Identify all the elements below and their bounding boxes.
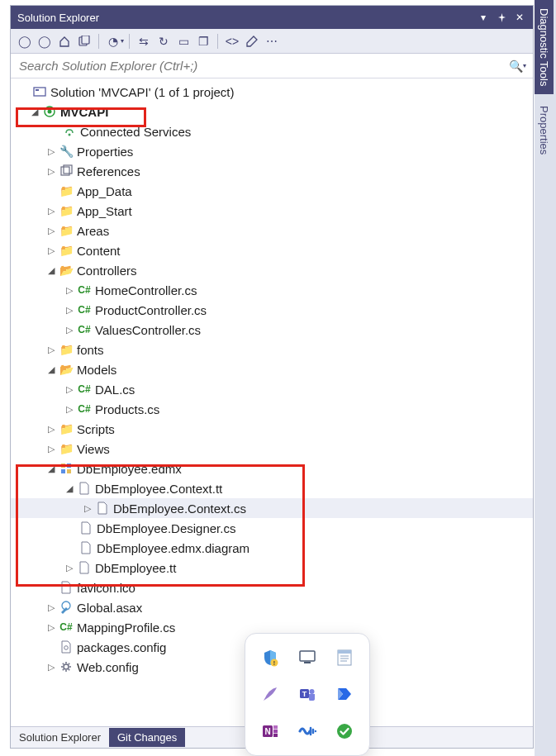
chevron-down-icon: ▾ xyxy=(523,62,526,69)
svg-point-5 xyxy=(48,110,52,114)
tree-row-content[interactable]: ▷📁Content xyxy=(11,240,533,260)
bottomtab-solution-explorer[interactable]: Solution Explorer xyxy=(11,728,109,747)
window-dropdown-icon[interactable]: ▾ xyxy=(477,11,490,24)
tree-row-controllers[interactable]: ◢📂Controllers xyxy=(11,260,533,280)
sync-button[interactable]: ⇆ xyxy=(135,32,153,50)
expander-icon[interactable]: ▷ xyxy=(45,444,57,454)
expander-icon[interactable]: ▷ xyxy=(45,602,57,613)
expander-icon[interactable]: ▷ xyxy=(45,166,57,177)
expander-icon[interactable]: ▷ xyxy=(64,285,75,296)
tree-row-dbemployee-edmx[interactable]: ◢DbEmployee.edmx xyxy=(11,459,533,478)
tray-onenote-icon[interactable]: N xyxy=(254,716,286,747)
svg-rect-29 xyxy=(273,734,278,737)
expander-icon[interactable]: ▷ xyxy=(45,206,57,216)
preview-button[interactable]: ⋯ xyxy=(263,32,281,50)
tree-row-fonts[interactable]: ▷📁fonts xyxy=(11,340,533,359)
expander-icon[interactable]: ▷ xyxy=(64,325,75,335)
expander-icon[interactable]: ▷ xyxy=(82,503,93,514)
tree-row-models[interactable]: ◢📂Models xyxy=(11,359,533,379)
tree-row-connected-services[interactable]: Connected Services xyxy=(11,121,533,141)
filter-button[interactable]: ◔ xyxy=(104,32,122,50)
expander-icon[interactable]: ▷ xyxy=(64,404,75,415)
expander-icon[interactable]: ◢ xyxy=(64,483,75,494)
tree-row-views[interactable]: ▷📁Views xyxy=(11,439,533,459)
collapse-all-button[interactable]: ▭ xyxy=(174,32,192,50)
tray-power-automate-icon[interactable] xyxy=(329,678,361,710)
expander-icon[interactable]: ◢ xyxy=(45,265,57,276)
sidetab-diagnostic-tools[interactable]: Diagnostic Tools xyxy=(535,0,554,94)
close-icon[interactable]: ✕ xyxy=(513,11,526,24)
tree-label: Global.asax xyxy=(77,601,142,615)
expander-icon[interactable]: ▷ xyxy=(64,384,75,395)
tree-label: DbEmployee.Context.tt xyxy=(95,482,222,496)
tray-monitor-icon[interactable] xyxy=(291,642,323,673)
sidetab-properties[interactable]: Properties xyxy=(535,97,554,163)
tree-row-dbemployee-designer[interactable]: DbEmployee.Designer.cs xyxy=(11,518,533,538)
expander-icon[interactable]: ◢ xyxy=(45,364,57,375)
refresh-button[interactable]: ↻ xyxy=(154,32,173,50)
tray-notepad-icon[interactable] xyxy=(329,642,361,673)
chevron-down-icon: ▾ xyxy=(121,37,124,45)
tree-row-dal[interactable]: ▷DAL.cs xyxy=(11,379,533,399)
bottomtab-git-changes[interactable]: Git Changes xyxy=(109,728,185,747)
tree-label: Models xyxy=(77,363,116,377)
properties-button[interactable] xyxy=(243,32,261,50)
tray-wave-icon[interactable] xyxy=(291,716,323,747)
nav-back-button[interactable]: ◯ xyxy=(16,32,34,50)
expander-icon[interactable]: ▷ xyxy=(45,245,57,256)
solution-tree[interactable]: ▶ Solution 'MVCAPI' (1 of 1 project) ◢ M… xyxy=(11,78,533,680)
tree-label: Web.config xyxy=(77,660,139,674)
expander-icon[interactable]: ▷ xyxy=(64,305,75,316)
folder-icon: 📂 xyxy=(59,362,74,377)
expander-icon[interactable]: ▷ xyxy=(45,622,57,633)
tray-teams-icon[interactable]: T xyxy=(291,678,323,710)
tree-row-homecontroller[interactable]: ▷HomeController.cs xyxy=(11,280,533,300)
tray-check-icon[interactable] xyxy=(329,716,361,747)
tray-security-icon[interactable]: ! xyxy=(254,642,286,673)
tree-row-scripts[interactable]: ▷📁Scripts xyxy=(11,419,533,439)
expander-icon[interactable]: ▷ xyxy=(64,563,75,573)
code-button[interactable]: <> xyxy=(223,32,241,50)
svg-rect-9 xyxy=(61,464,65,468)
system-tray-popup: ! T N xyxy=(245,633,370,756)
expander-icon[interactable]: ▷ xyxy=(45,146,57,157)
tree-row-productcontroller[interactable]: ▷ProductController.cs xyxy=(11,300,533,320)
tree-row-global-asax[interactable]: ▷Global.asax xyxy=(11,597,533,617)
folder-icon: 📁 xyxy=(59,441,74,456)
tree-row-app-start[interactable]: ▷📁App_Start xyxy=(11,201,533,221)
tree-label: DbEmployee.Context.cs xyxy=(113,502,246,516)
expander-icon[interactable]: ▷ xyxy=(45,424,57,435)
pin-icon[interactable] xyxy=(495,11,508,24)
expander-icon[interactable]: ▷ xyxy=(45,662,57,673)
tree-row-favicon[interactable]: favicon.ico xyxy=(11,578,533,597)
folder-icon: 📁 xyxy=(59,243,74,258)
tree-row-project[interactable]: ◢ MVCAPI xyxy=(11,102,533,121)
tree-label: DAL.cs xyxy=(95,383,135,397)
expander-icon[interactable]: ▷ xyxy=(45,345,57,355)
tree-row-dbemployee-tt[interactable]: ▷DbEmployee.tt xyxy=(11,558,533,578)
tree-row-solution[interactable]: ▶ Solution 'MVCAPI' (1 of 1 project) xyxy=(11,82,533,102)
tree-row-dbemployee-diagram[interactable]: DbEmployee.edmx.diagram xyxy=(11,538,533,558)
show-all-button[interactable]: ❐ xyxy=(194,32,212,50)
tree-row-app-data[interactable]: 📁App_Data xyxy=(11,181,533,201)
expander-icon[interactable]: ▷ xyxy=(45,226,57,236)
scope-button[interactable] xyxy=(75,32,93,50)
tree-row-products[interactable]: ▷Products.cs xyxy=(11,399,533,419)
tree-row-dbemployee-context-tt[interactable]: ◢DbEmployee.Context.tt xyxy=(11,478,533,498)
home-button[interactable] xyxy=(55,32,74,50)
folder-icon: 📁 xyxy=(59,342,74,357)
search-input[interactable] xyxy=(17,58,506,74)
tree-row-properties[interactable]: ▷🔧Properties xyxy=(11,141,533,161)
nav-forward-button[interactable]: ◯ xyxy=(36,32,54,50)
tree-row-areas[interactable]: ▷📁Areas xyxy=(11,221,533,240)
panel-titlebar: Solution Explorer ▾ ✕ xyxy=(11,6,533,29)
tree-row-dbemployee-context-cs[interactable]: ▷DbEmployee.Context.cs xyxy=(11,498,533,518)
expander-icon[interactable]: ◢ xyxy=(29,107,40,117)
expander-icon[interactable]: ◢ xyxy=(45,464,57,474)
tree-label: Controllers xyxy=(77,264,137,278)
tray-feather-icon[interactable] xyxy=(254,678,286,710)
svg-rect-2 xyxy=(34,88,45,96)
tree-row-references[interactable]: ▷References xyxy=(11,161,533,181)
tree-row-valuescontroller[interactable]: ▷ValuesController.cs xyxy=(11,320,533,340)
svg-rect-1 xyxy=(82,36,89,44)
